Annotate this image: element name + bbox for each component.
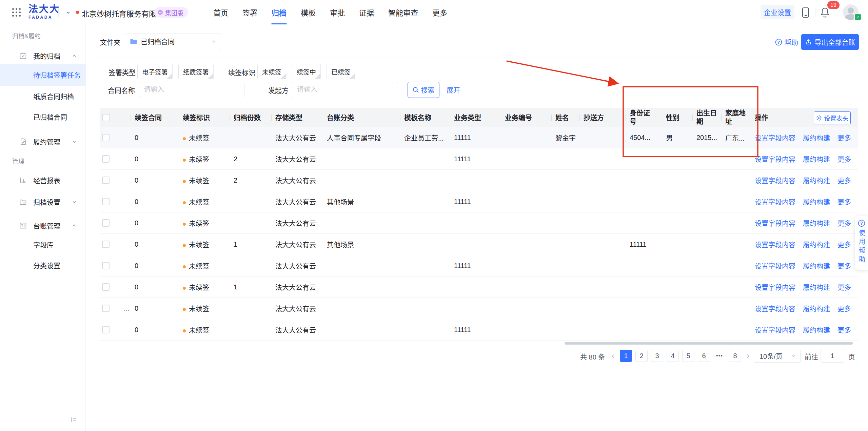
action-link-设置字段内容[interactable]: 设置字段内容 (755, 135, 795, 142)
row-checkbox[interactable] (102, 326, 110, 333)
page-button-3[interactable]: 3 (651, 350, 663, 362)
action-link-履约构建[interactable]: 履约构建 (803, 327, 830, 334)
action-link-履约构建[interactable]: 履约构建 (803, 199, 830, 206)
row-checkbox[interactable] (102, 177, 110, 184)
sidebar-item-my-archive[interactable]: 我的归档 (0, 48, 85, 63)
action-link-更多[interactable]: 更多 (837, 199, 851, 206)
row-checkbox[interactable] (102, 134, 110, 141)
action-link-更多[interactable]: 更多 (837, 156, 851, 163)
action-link-履约构建[interactable]: 履约构建 (803, 284, 830, 291)
chevron-up-icon[interactable] (72, 54, 77, 58)
page-button-1[interactable]: 1 (620, 350, 632, 362)
prev-page-icon[interactable]: ‹ (610, 350, 616, 362)
action-link-履约构建[interactable]: 履约构建 (803, 305, 830, 313)
action-link-履约构建[interactable]: 履约构建 (803, 220, 830, 227)
action-link-履约构建[interactable]: 履约构建 (803, 156, 830, 163)
fadada-logo[interactable]: 法大大 FADADA (28, 4, 60, 19)
nav-item-签署[interactable]: 签署 (242, 0, 257, 24)
select-all-checkbox[interactable] (102, 114, 110, 121)
mobile-icon[interactable] (801, 7, 810, 18)
page-button-6[interactable]: 6 (698, 350, 710, 362)
export-all-ledger-button[interactable]: 导出全部台账 (801, 34, 859, 50)
sidebar-item-performance[interactable]: 履约管理 (0, 134, 85, 149)
chevron-down-icon[interactable] (66, 10, 71, 15)
nav-item-归档[interactable]: 归档 (272, 0, 287, 24)
action-link-设置字段内容[interactable]: 设置字段内容 (755, 263, 795, 270)
next-page-icon[interactable]: › (745, 350, 751, 362)
action-link-设置字段内容[interactable]: 设置字段内容 (755, 199, 795, 206)
page-button-5[interactable]: 5 (682, 350, 694, 362)
usage-help-tab[interactable]: ? 使用帮助 (855, 216, 868, 270)
filter-tag-未续签[interactable]: 未续签✓ (257, 64, 286, 79)
action-link-更多[interactable]: 更多 (837, 177, 851, 185)
nav-item-证据[interactable]: 证据 (359, 0, 374, 24)
nav-item-模板[interactable]: 模板 (301, 0, 316, 24)
row-checkbox[interactable] (102, 241, 110, 248)
chevron-up-icon[interactable] (72, 223, 77, 228)
action-link-设置字段内容[interactable]: 设置字段内容 (755, 220, 795, 227)
set-table-header-button[interactable]: 设置表头 (814, 111, 851, 124)
filter-tag-电子签署[interactable]: 电子签署✓ (137, 64, 173, 79)
enterprise-settings-button[interactable]: 企业设置 (761, 5, 794, 19)
folder-select[interactable]: 已归档合同 (125, 34, 221, 49)
page-button-2[interactable]: 2 (635, 350, 648, 362)
search-button[interactable]: 搜索 (408, 82, 439, 98)
filter-tag-已续签[interactable]: 已续签✓ (327, 64, 355, 79)
page-button-4[interactable]: 4 (667, 350, 679, 362)
page-size-select[interactable]: 10条/页 (754, 349, 801, 363)
sidebar-item-archived-contracts[interactable]: 已归档合同 (33, 112, 67, 122)
action-link-履约构建[interactable]: 履约构建 (803, 135, 830, 142)
action-link-履约构建[interactable]: 履约构建 (803, 177, 830, 185)
action-link-履约构建[interactable]: 履约构建 (803, 241, 830, 249)
row-checkbox-cell (100, 326, 124, 333)
nav-item-审批[interactable]: 审批 (330, 0, 345, 24)
action-link-设置字段内容[interactable]: 设置字段内容 (755, 327, 795, 334)
action-link-更多[interactable]: 更多 (837, 305, 851, 313)
action-link-更多[interactable]: 更多 (837, 220, 851, 227)
action-link-设置字段内容[interactable]: 设置字段内容 (755, 241, 795, 249)
action-link-履约构建[interactable]: 履约构建 (803, 263, 830, 270)
nav-item-智能审查[interactable]: 智能审查 (388, 0, 418, 24)
sidebar-item-field-library[interactable]: 字段库 (33, 240, 54, 250)
row-checkbox[interactable] (102, 283, 110, 291)
table-row: 0未续签法大大公有云11111设置字段内容履约构建更多 (100, 255, 858, 276)
action-link-更多[interactable]: 更多 (837, 135, 851, 142)
action-link-设置字段内容[interactable]: 设置字段内容 (755, 284, 795, 291)
sidebar-item-report[interactable]: 经营报表 (0, 173, 85, 188)
apps-grid-icon[interactable] (12, 8, 21, 17)
sidebar-item-category-settings[interactable]: 分类设置 (33, 261, 60, 270)
column-header-业务类型: 业务类型 (450, 108, 501, 127)
goto-page-input[interactable] (821, 349, 844, 363)
filter-tag-纸质签署[interactable]: 纸质签署✓ (178, 64, 214, 79)
row-checkbox[interactable] (102, 219, 110, 227)
row-checkbox[interactable] (102, 155, 110, 163)
nav-item-首页[interactable]: 首页 (213, 0, 228, 24)
notification-badge[interactable]: 19 (827, 1, 840, 9)
contract-name-input[interactable] (139, 82, 244, 97)
filter-tag-续签中[interactable]: 续签中✓ (292, 64, 321, 79)
initiator-input[interactable] (292, 82, 398, 97)
action-link-设置字段内容[interactable]: 设置字段内容 (755, 156, 795, 163)
row-checkbox[interactable] (102, 262, 110, 269)
sidebar-item-archive-settings[interactable]: 归档设置 (0, 194, 85, 209)
action-link-设置字段内容[interactable]: 设置字段内容 (755, 305, 795, 313)
help-link[interactable]: ? 帮助 (775, 37, 798, 47)
expand-filters-link[interactable]: 展开 (447, 85, 460, 95)
collapse-sidebar-icon[interactable] (70, 416, 77, 424)
chevron-down-icon[interactable] (72, 139, 77, 144)
row-checkbox[interactable] (102, 305, 110, 312)
bell-icon[interactable] (820, 7, 830, 18)
action-link-更多[interactable]: 更多 (837, 263, 851, 270)
action-link-更多[interactable]: 更多 (837, 241, 851, 249)
sidebar-item-pending-archive-tasks[interactable]: 待归档签署任务 (0, 64, 85, 86)
action-link-更多[interactable]: 更多 (837, 284, 851, 291)
horizontal-scrollbar[interactable] (565, 342, 853, 345)
sidebar-item-paper-contract-archive[interactable]: 纸质合同归档 (33, 91, 74, 101)
action-link-更多[interactable]: 更多 (837, 327, 851, 334)
nav-item-更多[interactable]: 更多 (432, 0, 447, 24)
action-link-设置字段内容[interactable]: 设置字段内容 (755, 177, 795, 185)
page-button-8[interactable]: 8 (729, 350, 741, 362)
sidebar-item-ledger-management[interactable]: 台账管理 (0, 218, 85, 233)
row-checkbox[interactable] (102, 198, 110, 205)
chevron-down-icon[interactable] (72, 200, 77, 204)
